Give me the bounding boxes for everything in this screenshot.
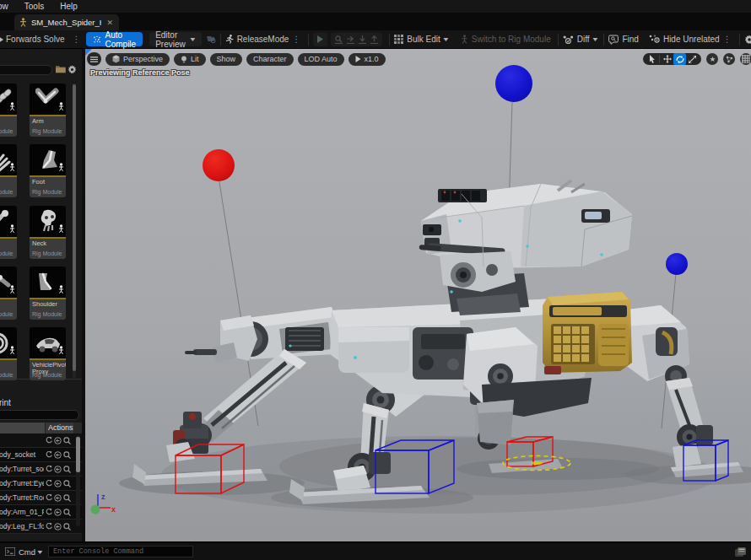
- tab-sm-mech-spider[interactable]: SM_Mech_Spider_HI_... ✕: [14, 14, 119, 30]
- select-in-hierarchy-icon[interactable]: [54, 451, 62, 459]
- step-out-icon[interactable]: [370, 35, 379, 44]
- forwards-solve-button[interactable]: Forwards Solve: [6, 35, 64, 44]
- socket-row[interactable]: [0, 433, 82, 448]
- select-in-hierarchy-icon[interactable]: [54, 437, 62, 444]
- magnifier-icon[interactable]: [63, 494, 71, 502]
- find-node-icon[interactable]: [334, 35, 343, 44]
- module-tile-vehiclepivot[interactable]: VehiclePivot ProxyRig Module: [30, 327, 66, 380]
- snapping-button[interactable]: [723, 53, 735, 65]
- socket-row[interactable]: ody:Turret_socket: [0, 462, 82, 477]
- select-in-hierarchy-icon[interactable]: [54, 523, 62, 530]
- module-tile-spine[interactable]: SpineRig Module: [0, 83, 17, 137]
- play-button[interactable]: [313, 33, 327, 46]
- viewport-menu-button[interactable]: [87, 52, 101, 66]
- mech-yellow-pod: [543, 292, 632, 374]
- socket-row[interactable]: ody:Turret:Eye_02_so: [0, 477, 82, 491]
- module-tile-bone[interactable]: Rig Module: [0, 206, 17, 259]
- socket-row[interactable]: ody:Arm_01_FL_sock: [0, 505, 82, 520]
- switch-to-rig-module-button[interactable]: Switch to Rig Module: [472, 35, 551, 44]
- tab-title: SM_Mech_Spider_HI_...: [31, 18, 101, 27]
- hide-unrelated-kebab[interactable]: ⋮: [720, 35, 735, 44]
- menu-help[interactable]: Help: [60, 2, 78, 11]
- lod-dropdown[interactable]: LOD Auto: [298, 53, 344, 66]
- find-button[interactable]: Find: [622, 35, 638, 44]
- solve-options-kebab[interactable]: ⋮: [68, 35, 84, 44]
- select-tool-button[interactable]: [646, 53, 658, 65]
- step-over-icon[interactable]: [346, 35, 355, 44]
- menu-tools[interactable]: Tools: [24, 2, 44, 11]
- magnifier-icon[interactable]: [63, 437, 71, 444]
- module-tile-hand[interactable]: Rig Module: [0, 144, 17, 197]
- scale-tool-button[interactable]: [686, 53, 699, 65]
- magnifier-icon[interactable]: [63, 451, 71, 459]
- release-mode-button[interactable]: ReleaseMode: [237, 35, 289, 44]
- reset-icon[interactable]: [46, 451, 52, 458]
- auto-compile-button[interactable]: Auto Compile: [86, 32, 143, 46]
- menu-window[interactable]: ow: [0, 2, 8, 11]
- diff-dropdown[interactable]: Diff: [577, 35, 590, 44]
- reset-icon[interactable]: [46, 466, 52, 472]
- grid-snap-button[interactable]: [740, 53, 751, 65]
- select-in-hierarchy-icon[interactable]: [54, 480, 62, 487]
- socket-row[interactable]: ody_socket: [0, 448, 82, 462]
- cube-icon: [112, 55, 120, 63]
- module-tile-swirl[interactable]: Rig Module: [0, 327, 17, 380]
- lit-dropdown[interactable]: Lit: [174, 53, 206, 66]
- console-command-input[interactable]: [48, 546, 193, 557]
- socket-label: ody:Leg_FL:foot_L_so: [0, 522, 44, 530]
- console-icon: [5, 547, 15, 556]
- reset-icon[interactable]: [46, 523, 52, 530]
- cmd-dropdown[interactable]: Cmd: [19, 547, 35, 557]
- output-log-icon[interactable]: [735, 547, 746, 557]
- playback-speed-button[interactable]: x1.0: [348, 53, 386, 66]
- transform-toolbar: [643, 53, 744, 65]
- module-tile-shoulder[interactable]: ShoulderRig Module: [30, 267, 66, 320]
- play-icon: [355, 56, 361, 62]
- magnifier-icon[interactable]: [63, 509, 71, 516]
- bulk-edit-dropdown[interactable]: Bulk Edit: [407, 35, 440, 44]
- socket-table-scrollbar[interactable]: [76, 435, 80, 526]
- perspective-dropdown[interactable]: Perspective: [105, 53, 170, 66]
- rotate-tool-button[interactable]: [673, 53, 686, 65]
- step-into-icon[interactable]: [358, 35, 367, 44]
- magnifier-icon[interactable]: [63, 480, 71, 487]
- auto-compile-label: Auto Compile: [105, 30, 136, 49]
- socket-search-input[interactable]: [0, 410, 79, 420]
- tab-close-icon[interactable]: ✕: [105, 19, 114, 27]
- settings-gear-icon[interactable]: [68, 65, 77, 74]
- socket-actions: [44, 509, 71, 516]
- viewport[interactable]: z x Perspective Lit: [82, 49, 751, 541]
- camera-speed-button[interactable]: [706, 53, 718, 65]
- preview-mesh-icon[interactable]: [206, 35, 216, 44]
- reset-icon[interactable]: [46, 509, 52, 515]
- socket-row[interactable]: ody:Turret:RocketBay: [0, 491, 82, 505]
- socket-row[interactable]: ody:Leg_FL:foot_L_so: [0, 520, 82, 534]
- hide-unrelated-button[interactable]: Hide Unrelated: [663, 35, 720, 44]
- reset-icon[interactable]: [46, 480, 52, 487]
- select-in-hierarchy-icon[interactable]: [54, 466, 62, 473]
- show-label: Show: [217, 55, 236, 63]
- select-in-hierarchy-icon[interactable]: [54, 509, 62, 516]
- module-search-input[interactable]: [0, 65, 52, 75]
- folder-filter-icon[interactable]: [56, 65, 66, 73]
- reset-icon[interactable]: [46, 437, 52, 444]
- tile-type: Rig Module: [32, 311, 62, 317]
- module-tile-neck[interactable]: NeckRig Module: [30, 206, 66, 259]
- module-tile-foot[interactable]: FootRig Module: [30, 144, 66, 197]
- unreal-editor-window: ow Tools Help SM_Mech_Spider_HI_... ✕ Fo…: [0, 0, 751, 560]
- editor-preview-dropdown[interactable]: Editor Preview ▼: [149, 32, 202, 46]
- magnifier-icon[interactable]: [63, 523, 71, 530]
- release-mode-kebab[interactable]: ⋮: [289, 35, 304, 44]
- move-tool-button[interactable]: [661, 53, 673, 65]
- red-control-sphere: [203, 149, 235, 181]
- module-tile-joint[interactable]: Rig Module: [0, 267, 17, 320]
- magnifier-icon[interactable]: [63, 466, 71, 473]
- reset-icon[interactable]: [46, 494, 52, 501]
- show-dropdown[interactable]: Show: [210, 53, 243, 66]
- actions-column-header[interactable]: Actions: [46, 423, 73, 433]
- module-grid-scrollbar[interactable]: [73, 83, 76, 378]
- select-in-hierarchy-icon[interactable]: [54, 494, 62, 502]
- socket-column-header[interactable]: [0, 423, 46, 433]
- character-dropdown[interactable]: Character: [246, 53, 294, 66]
- module-tile-arm[interactable]: ArmRig Module: [30, 83, 66, 137]
